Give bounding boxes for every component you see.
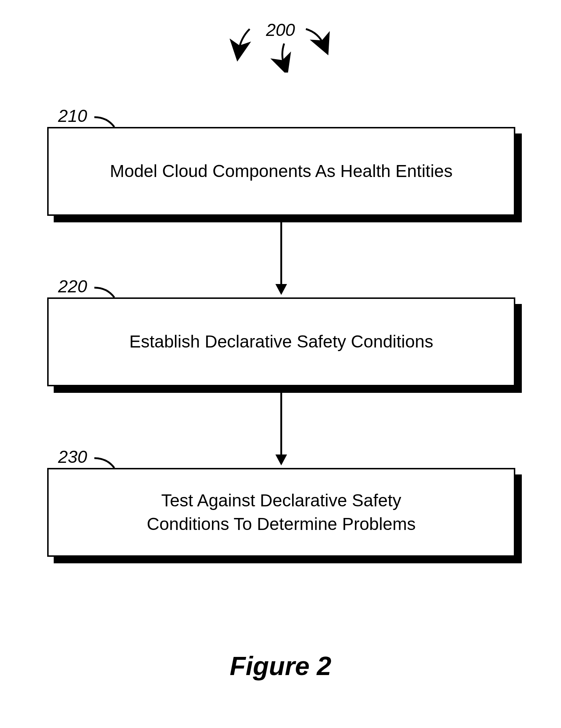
label-connector-icon [94,116,120,127]
step-text: Test Against Declarative SafetyCondition… [147,489,416,536]
step-ref-label: 210 [58,106,87,126]
step-box: Model Cloud Components As Health Entitie… [47,127,515,216]
step-box: Test Against Declarative SafetyCondition… [47,468,515,557]
step-ref-label: 230 [58,447,87,467]
flowchart: 210 Model Cloud Components As Health Ent… [47,127,515,557]
step-text: Establish Declarative Safety Conditions [129,330,433,354]
step-220: 220 Establish Declarative Safety Conditi… [47,297,515,386]
arrow-down-icon [270,216,292,297]
step-230: 230 Test Against Declarative SafetyCondi… [47,468,515,557]
arrow-220-to-230 [47,386,515,468]
step-210: 210 Model Cloud Components As Health Ent… [47,127,515,216]
label-connector-icon [94,457,120,468]
diagram-canvas: 200 210 Model Cloud Components As Health… [0,0,561,728]
label-connector-icon [94,287,120,297]
figure-caption: Figure 2 [230,651,331,681]
step-text: Model Cloud Components As Health Entitie… [110,160,453,183]
step-ref-label: 220 [58,276,87,296]
scatter-arrows-icon [230,18,331,73]
arrow-210-to-220 [47,216,515,297]
arrow-down-icon [270,386,292,468]
step-box: Establish Declarative Safety Conditions [47,297,515,386]
